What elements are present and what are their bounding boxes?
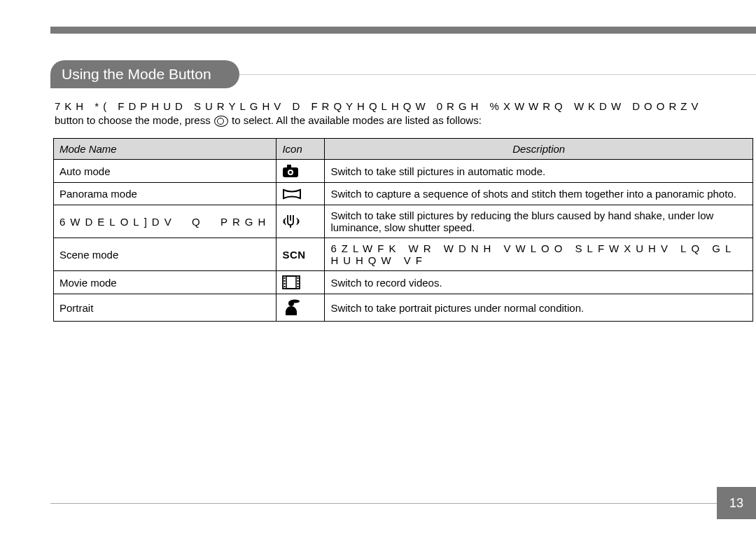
footer-divider bbox=[50, 503, 756, 504]
page-number: 13 bbox=[717, 487, 756, 519]
func-button-icon bbox=[214, 116, 228, 127]
mode-desc-cell: Switch to capture a sequence of shots an… bbox=[325, 183, 753, 205]
header-stripe bbox=[50, 27, 756, 34]
header-mode-name: Mode Name bbox=[54, 139, 276, 160]
mode-icon-cell bbox=[276, 271, 325, 294]
header-icon: Icon bbox=[276, 139, 325, 160]
table-row: Portrait Switch to take portrait picture… bbox=[54, 294, 753, 322]
table-header-row: Mode Name Icon Description bbox=[54, 139, 753, 160]
svg-rect-12 bbox=[298, 283, 299, 284]
table-row: Scene mode SCN 6ZLWFK WR WDNH VWLOO SLFW… bbox=[54, 238, 753, 271]
table-row: Panorama mode Switch to capture a sequen… bbox=[54, 183, 753, 205]
header-description: Description bbox=[325, 139, 753, 160]
mode-icon-cell bbox=[276, 160, 325, 183]
svg-rect-6 bbox=[284, 277, 286, 279]
svg-point-3 bbox=[289, 171, 292, 174]
svg-rect-11 bbox=[298, 280, 299, 282]
intro-line-2: button to choose the mode, press to sele… bbox=[55, 114, 756, 128]
mode-name-cell: 6WDELOL]DV Q PRGH bbox=[54, 205, 276, 238]
mode-icon-cell bbox=[276, 205, 325, 238]
mode-desc-cell: Switch to take portrait pictures under n… bbox=[325, 294, 753, 322]
intro-text: 7KH *( FDPHUD SURYLGHV D FRQYHQLHQW 0RGH… bbox=[55, 99, 756, 127]
mode-name-cell: Panorama mode bbox=[54, 183, 276, 205]
svg-rect-7 bbox=[284, 280, 286, 282]
svg-rect-13 bbox=[298, 286, 299, 287]
stabilize-icon bbox=[282, 212, 300, 231]
table-row: 6WDELOL]DV Q PRGH Switch to take still p… bbox=[54, 205, 753, 238]
mode-desc-cell: Switch to record videos. bbox=[325, 271, 753, 294]
mode-name-cell: Scene mode bbox=[54, 238, 276, 271]
mode-name-cell: Portrait bbox=[54, 294, 276, 322]
mode-desc-cell: 6ZLWFK WR WDNH VWLOO SLFWXUHV LQ GL HUHQ… bbox=[325, 238, 753, 271]
mode-name-cell: Movie mode bbox=[54, 271, 276, 294]
mode-desc-cell: Switch to take still pictures in automat… bbox=[325, 160, 753, 183]
svg-rect-1 bbox=[287, 165, 291, 168]
svg-point-15 bbox=[290, 300, 300, 303]
film-icon bbox=[282, 275, 300, 289]
mode-icon-cell bbox=[276, 183, 325, 205]
mode-icon-cell bbox=[276, 294, 325, 322]
intro-line-2b: to select. All the available modes are l… bbox=[232, 114, 482, 126]
portrait-icon bbox=[282, 298, 300, 317]
svg-rect-8 bbox=[284, 283, 286, 284]
table-row: Movie mode Switch to record videos. bbox=[54, 271, 753, 294]
camera-icon bbox=[282, 164, 299, 178]
mode-desc-cell: Switch to take still pictures by reducin… bbox=[325, 205, 753, 238]
scn-icon: SCN bbox=[282, 249, 305, 261]
page: Using the Mode Button 7KH *( FDPHUD SURY… bbox=[0, 0, 756, 550]
intro-line-1: 7KH *( FDPHUD SURYLGHV D FRQYHQLHQW 0RGH… bbox=[55, 99, 756, 114]
panorama-icon bbox=[282, 188, 302, 200]
mode-name-cell: Auto mode bbox=[54, 160, 276, 183]
svg-rect-9 bbox=[284, 286, 286, 287]
table-row: Auto mode Switch to take still pictures … bbox=[54, 160, 753, 183]
svg-rect-5 bbox=[286, 276, 296, 289]
section-title: Using the Mode Button bbox=[50, 60, 239, 88]
mode-icon-cell: SCN bbox=[276, 238, 325, 271]
mode-table: Mode Name Icon Description Auto mode Swi… bbox=[53, 138, 753, 322]
svg-rect-10 bbox=[298, 277, 299, 279]
intro-line-2a: button to choose the mode, press bbox=[55, 114, 211, 126]
svg-rect-4 bbox=[283, 276, 300, 289]
